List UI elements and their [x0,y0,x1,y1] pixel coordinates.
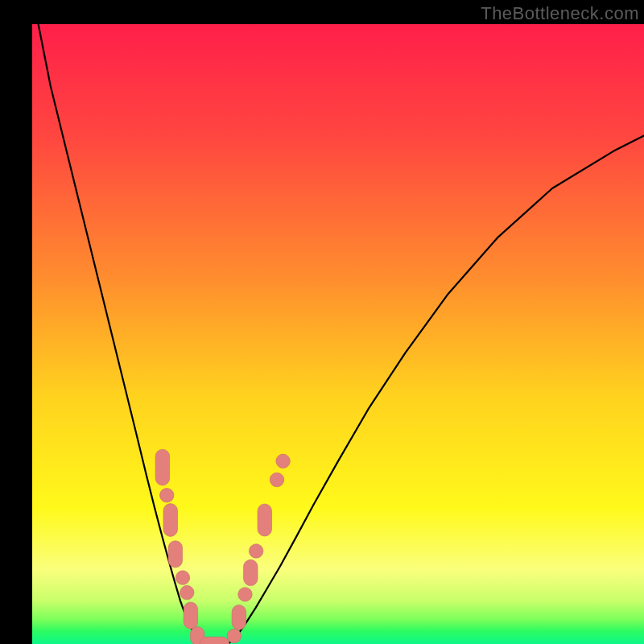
data-marker [258,504,271,536]
marker-group [155,449,290,644]
chart-frame: TheBottleneck.com [0,0,644,644]
data-marker [249,544,262,558]
data-marker [276,454,290,468]
data-marker [163,504,177,537]
data-marker [159,488,173,502]
data-marker [227,629,241,642]
data-marker [232,605,246,630]
data-marker [180,585,194,599]
bottleneck-curve [39,24,644,644]
data-marker [270,473,283,486]
watermark-text: TheBottleneck.com [481,3,639,24]
curve-layer [32,24,644,644]
data-marker [155,449,169,485]
data-marker [244,559,258,585]
data-marker [175,571,189,584]
data-marker [184,602,197,629]
data-marker [238,588,252,601]
plot-area [32,24,644,644]
data-marker [200,637,229,644]
data-marker [168,541,182,568]
